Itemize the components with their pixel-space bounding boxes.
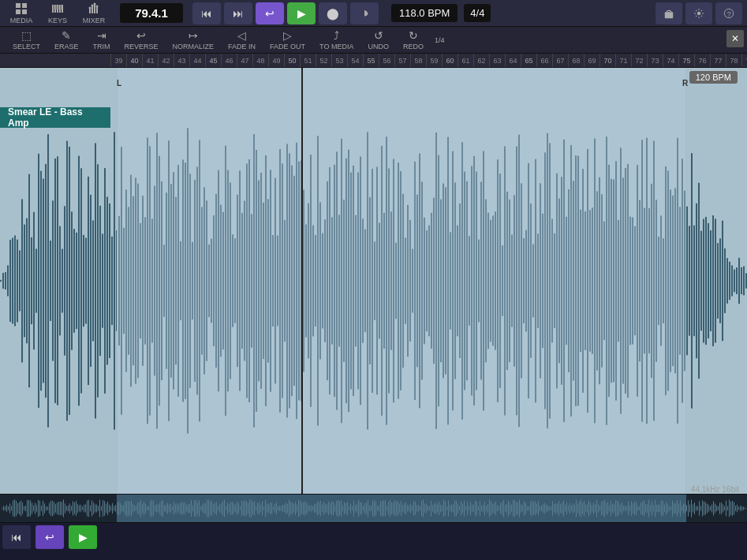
ruler-mark: 47 (237, 54, 252, 68)
ruler-mark: 41 (142, 54, 158, 68)
ruler-mark: 66 (536, 54, 552, 68)
time-sig-display[interactable]: 4/4 (464, 4, 491, 22)
keys-label: KEYS (48, 17, 67, 24)
svg-rect-8 (62, 5, 63, 13)
ruler-mark: 74 (663, 54, 678, 68)
keys-nav-button[interactable]: KEYS (41, 2, 74, 25)
ruler-mark: 45 (205, 54, 221, 68)
forward-button[interactable]: ⏭ (224, 2, 252, 24)
svg-rect-0 (16, 3, 21, 8)
ruler-mark: 53 (331, 54, 347, 68)
svg-rect-13 (89, 9, 91, 13)
bottom-play-button[interactable]: ▶ (69, 525, 97, 549)
svg-point-18 (92, 4, 94, 6)
ruler-mark: 40 (126, 54, 142, 68)
toolbar: ⬚ SELECT ✎ ERASE ⇥ TRIM ↩ REVERSE ↦ NORM… (0, 27, 747, 54)
svg-point-17 (89, 6, 92, 9)
ruler-mark: 60 (442, 54, 458, 68)
svg-rect-9 (54, 5, 55, 9)
bpm-badge: 120 BPM (689, 71, 738, 84)
minimap[interactable] (0, 494, 747, 522)
redo-quantize-label: 1/4 (435, 36, 445, 44)
loop-button[interactable]: ↩ (256, 2, 284, 24)
ruler-mark: 73 (647, 54, 663, 68)
playhead[interactable] (301, 68, 303, 494)
bottom-rewind-button[interactable]: ⏮ (2, 525, 31, 549)
ruler-mark: 69 (584, 54, 599, 68)
ruler-mark: 63 (489, 54, 505, 68)
bpm-display[interactable]: 118.0 BPM (391, 4, 458, 22)
media-label: MEDIA (10, 17, 33, 24)
erase-tool[interactable]: ✎ ERASE (48, 29, 85, 51)
ruler-mark: 62 (473, 54, 489, 68)
ruler-mark: 50 (284, 54, 300, 68)
help-button[interactable]: ? (715, 2, 742, 24)
ruler-mark: 70 (599, 54, 615, 68)
rewind-button[interactable]: ⏮ (192, 2, 221, 24)
ruler-mark: 42 (158, 54, 174, 68)
ruler-mark: 54 (347, 54, 363, 68)
ruler-mark: 68 (568, 54, 584, 68)
close-button[interactable]: ✕ (726, 30, 744, 47)
shop-button[interactable] (655, 2, 682, 24)
reverse-tool[interactable]: ↩ REVERSE (118, 29, 165, 51)
svg-rect-2 (16, 9, 21, 14)
selection-region (117, 68, 686, 494)
bottom-loop-button[interactable]: ↩ (35, 525, 64, 549)
media-nav-button[interactable]: MEDIA (5, 2, 38, 25)
svg-rect-10 (56, 5, 58, 9)
ruler-mark: 76 (694, 54, 710, 68)
ruler-mark: 61 (458, 54, 473, 68)
ruler-mark: 43 (174, 54, 189, 68)
fade-in-tool[interactable]: ◁ FADE IN (222, 29, 262, 51)
undo-tool[interactable]: ↺ UNDO (361, 29, 395, 51)
mixer-label: MIXER (83, 17, 106, 24)
ruler-mark: 52 (316, 54, 331, 68)
play-button[interactable]: ▶ (287, 2, 316, 24)
ruler-mark: 71 (615, 54, 631, 68)
stop-button[interactable]: ⬤ (319, 2, 347, 24)
ruler-mark: 48 (252, 54, 268, 68)
ruler: 3940414243444546474849505152535455565758… (0, 54, 747, 68)
position-display[interactable]: 79.4.1 (120, 3, 183, 23)
top-right-buttons: ? (655, 2, 742, 24)
ruler-mark: 51 (300, 54, 316, 68)
svg-point-22 (697, 11, 700, 14)
ruler-mark: 58 (410, 54, 426, 68)
svg-rect-21 (665, 12, 674, 18)
track-label: Smear LE - Bass Amp (0, 107, 110, 128)
resolution-info: 44.1kHz 16bit (691, 485, 739, 494)
ruler-mark: 72 (631, 54, 647, 68)
svg-point-20 (96, 5, 99, 7)
setup-button[interactable] (685, 2, 712, 24)
svg-rect-11 (58, 5, 60, 9)
top-bar: MEDIA KEYS MIXER 79.4.1 ⏮ ⏭ ↩ ▶ ⬤ 118.0 … (0, 0, 747, 27)
select-tool[interactable]: ⬚ SELECT (6, 29, 47, 51)
bottom-transport-row: ⏮ ↩ ▶ (0, 522, 747, 551)
waveform-area[interactable]: 120 BPM L R (0, 68, 747, 494)
ruler-mark: 57 (394, 54, 410, 68)
redo-tool[interactable]: ↻ REDO (397, 29, 430, 51)
ruler-mark: 78 (726, 54, 741, 68)
to-media-tool[interactable]: ⤴ TO MEDIA (313, 29, 360, 51)
fade-out-tool[interactable]: ▷ FADE OUT (263, 29, 312, 51)
svg-rect-14 (92, 6, 93, 13)
svg-rect-3 (22, 9, 27, 14)
ruler-mark: 67 (552, 54, 568, 68)
ruler-mark: 79 (741, 54, 747, 68)
ruler-mark: 39 (110, 54, 126, 68)
svg-rect-16 (96, 7, 98, 13)
ruler-mark: 56 (379, 54, 394, 68)
record-button[interactable] (350, 2, 379, 24)
svg-rect-15 (94, 5, 95, 13)
ruler-mark: 59 (426, 54, 442, 68)
ruler-mark: 64 (505, 54, 521, 68)
ruler-mark: 75 (678, 54, 694, 68)
normalize-tool[interactable]: ↦ NORMALIZE (166, 29, 221, 51)
marker-L: L (117, 79, 121, 88)
svg-text:?: ? (727, 9, 731, 17)
trim-tool[interactable]: ⇥ TRIM (87, 29, 117, 51)
svg-rect-1 (22, 3, 27, 8)
mixer-nav-button[interactable]: MIXER (77, 2, 110, 25)
ruler-mark: 77 (710, 54, 726, 68)
